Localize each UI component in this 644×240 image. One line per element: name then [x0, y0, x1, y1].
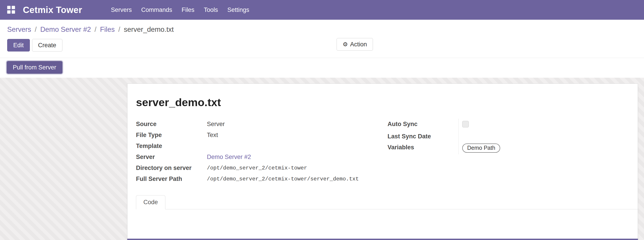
form-view-content: server_demo.txt Source Server File Type … [0, 78, 644, 240]
apps-grid-icon[interactable] [7, 6, 15, 14]
tab-code[interactable]: Code [136, 195, 166, 209]
notebook-tabs: Code [136, 195, 638, 209]
breadcrumb-link-demo-server[interactable]: Demo Server #2 [40, 25, 91, 34]
field-group-left: Source Server File Type Text Template Se… [136, 119, 378, 184]
apps-grid-square [7, 10, 10, 14]
field-label-full-path: Full Server Path [136, 173, 207, 184]
pull-from-server-button[interactable]: Pull from Server [7, 61, 62, 74]
field-label-server: Server [136, 152, 207, 163]
control-panel-buttons: Edit Create ⚙ Action [0, 35, 644, 58]
field-label-template: Template [136, 141, 207, 152]
breadcrumb: Servers / Demo Server #2 / Files / serve… [0, 20, 644, 35]
auto-sync-checkbox[interactable] [462, 121, 469, 127]
breadcrumb-separator: / [35, 25, 37, 34]
action-button-label: Action [350, 41, 367, 48]
app-title[interactable]: Cetmix Tower [23, 5, 82, 15]
field-value-template [207, 141, 378, 152]
edit-button[interactable]: Edit [7, 39, 30, 51]
apps-grid-square [12, 6, 15, 9]
tab-code-content [136, 209, 629, 240]
gear-icon: ⚙ [343, 41, 348, 47]
create-button[interactable]: Create [32, 39, 62, 51]
breadcrumb-link-servers[interactable]: Servers [7, 25, 31, 34]
breadcrumb-link-files[interactable]: Files [100, 25, 115, 34]
top-navbar: Cetmix Tower Servers Commands Files Tool… [0, 0, 644, 20]
field-value-variables: Demo Path [458, 142, 629, 154]
record-title: server_demo.txt [136, 96, 629, 108]
menu-tools[interactable]: Tools [204, 6, 218, 13]
apps-grid-square [12, 10, 15, 14]
field-value-server: Demo Server #2 [207, 152, 378, 163]
field-label-source: Source [136, 119, 207, 130]
server-record-link[interactable]: Demo Server #2 [207, 154, 251, 160]
apps-grid-square [7, 6, 10, 9]
breadcrumb-separator: / [94, 25, 96, 34]
field-value-last-sync-date [458, 131, 629, 142]
menu-settings[interactable]: Settings [227, 6, 249, 13]
menu-servers[interactable]: Servers [111, 6, 132, 13]
field-label-auto-sync: Auto Sync [388, 119, 458, 131]
field-value-file-type: Text [207, 130, 378, 141]
breadcrumb-current: server_demo.txt [124, 25, 174, 34]
control-panel: Servers / Demo Server #2 / Files / serve… [0, 20, 644, 78]
field-value-directory: /opt/demo_server_2/cetmix-tower [207, 163, 378, 173]
statusbar: Pull from Server [0, 58, 644, 78]
field-value-auto-sync [458, 119, 629, 131]
menu-files[interactable]: Files [182, 6, 194, 13]
field-value-source: Server [207, 119, 378, 130]
variable-tag-demo-path: Demo Path [462, 143, 500, 153]
field-label-variables: Variables [388, 142, 458, 154]
field-label-file-type: File Type [136, 130, 207, 141]
field-label-last-sync-date: Last Sync Date [388, 131, 458, 142]
menu-commands[interactable]: Commands [141, 6, 172, 13]
top-menu: Servers Commands Files Tools Settings [111, 6, 249, 13]
field-value-full-path: /opt/demo_server_2/cetmix-tower/server_d… [207, 173, 378, 184]
field-label-directory: Directory on server [136, 163, 207, 173]
code-editor-accent-strip [127, 239, 638, 240]
action-button[interactable]: ⚙ Action [336, 38, 373, 51]
field-groups: Source Server File Type Text Template Se… [136, 119, 629, 184]
field-group-right: Auto Sync Last Sync Date Variables Demo … [388, 119, 629, 184]
form-sheet: server_demo.txt Source Server File Type … [127, 84, 638, 240]
breadcrumb-separator: / [118, 25, 120, 34]
